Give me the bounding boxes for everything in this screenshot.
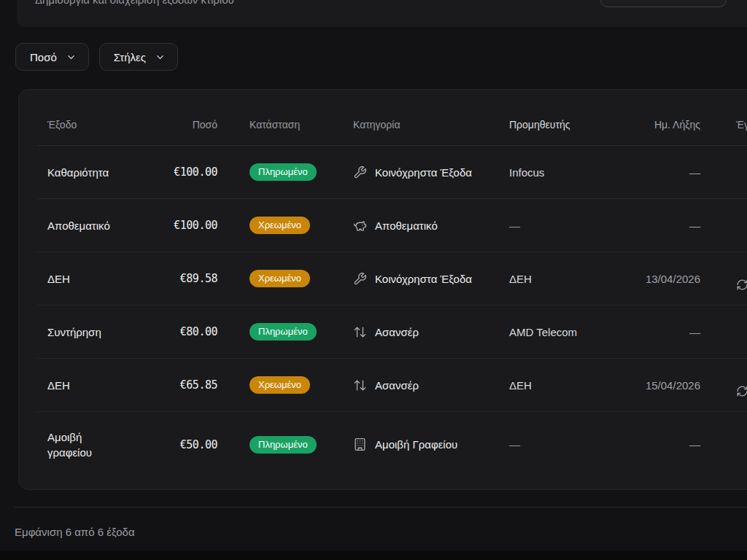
expense-amount: €89.58 <box>164 272 217 285</box>
expense-amount: €100.00 <box>164 219 217 232</box>
elevator-icon <box>353 378 367 392</box>
status-badge: Πληρωμένο <box>249 163 317 181</box>
due-date-cell: — <box>609 219 700 232</box>
column-header-1[interactable]: Έξοδο <box>37 119 164 131</box>
results-count: Εμφάνιση 6 από 6 έξοδα <box>15 526 135 538</box>
recurring-icon <box>736 279 747 291</box>
status-badge: Χρεωμένο <box>249 376 310 394</box>
supplier-cell: ΔΕΗ <box>479 379 609 392</box>
column-header-6[interactable]: Ημ. Λήξης <box>609 119 700 131</box>
table-row[interactable]: ΔΕΗ€89.58ΧρεωμένοΚοινόχρηστα ΈξοδαΔΕΗ13/… <box>37 252 747 306</box>
columns-filter-label: Στήλες <box>114 51 146 63</box>
columns-filter-button[interactable]: Στήλες <box>99 43 178 71</box>
table-body: Καθαριότητα€100.00ΠληρωμένοΚοινόχρηστα Έ… <box>19 146 747 477</box>
category-label: Κοινόχρηστα Έξοδα <box>375 166 472 179</box>
amount-filter-label: Ποσό <box>30 51 57 63</box>
status-cell: Πληρωμένο <box>217 163 323 181</box>
due-date-cell: — <box>609 438 700 451</box>
table-row[interactable]: ΔΕΗ€65.85ΧρεωμένοΑσανσέρΔΕΗ15/04/2026 <box>37 359 747 412</box>
expense-name: Συντήρηση <box>37 326 164 338</box>
supplier-cell: AMD Telecom <box>479 326 609 338</box>
supplier-cell: — <box>479 438 609 451</box>
category-cell: Ασανσέρ <box>323 325 479 339</box>
expenses-table-card: ΈξοδοΠοσόΚατάστασηΚατηγορίαΠρομηθευτήςΗμ… <box>18 89 747 490</box>
table-row[interactable]: Συντήρηση€80.00ΠληρωμένοΑσανσέρAMD Telec… <box>37 306 747 359</box>
expense-name: Αμοιβή γραφείου <box>37 429 128 460</box>
due-date-cell: 13/04/2026 <box>609 273 700 285</box>
recurring-icon <box>736 385 747 397</box>
column-header-3[interactable]: Κατάσταση <box>217 119 323 131</box>
column-header-2[interactable]: Ποσό <box>164 119 217 131</box>
category-cell: Κοινόχρηστα Έξοδα <box>323 272 479 286</box>
table-header-row: ΈξοδοΠοσόΚατάστασηΚατηγορίαΠρομηθευτήςΗμ… <box>37 90 747 146</box>
status-badge: Πληρωμένο <box>249 436 317 454</box>
column-header-5[interactable]: Προμηθευτής <box>479 119 609 131</box>
expense-amount: €50.00 <box>164 438 217 451</box>
category-cell: Αποθεματικό <box>323 219 479 233</box>
status-cell: Χρεωμένο <box>217 217 323 234</box>
status-cell: Χρεωμένο <box>217 376 323 394</box>
expense-name: ΔΕΗ <box>37 379 164 392</box>
header-action-button[interactable] <box>600 0 727 7</box>
piggy-bank-icon <box>353 219 367 233</box>
supplier-cell: ΔΕΗ <box>479 273 609 285</box>
category-cell: Κοινόχρηστα Έξοδα <box>323 166 479 179</box>
category-cell: Ασανσέρ <box>323 378 479 392</box>
wrench-icon <box>353 166 367 179</box>
status-badge: Χρεωμένο <box>249 217 310 234</box>
footer-divider <box>15 507 747 508</box>
wrench-icon <box>353 272 367 286</box>
category-cell: Αμοιβή Γραφείου <box>323 438 479 451</box>
status-cell: Πληρωμένο <box>217 323 323 341</box>
documents-cell <box>700 266 747 291</box>
category-label: Αμοιβή Γραφείου <box>375 438 457 451</box>
chevron-down-icon <box>155 52 166 63</box>
elevator-icon <box>353 325 367 339</box>
status-cell: Χρεωμένο <box>217 270 323 287</box>
supplier-cell: Infocus <box>479 166 609 179</box>
table-toolbar: Ποσό Στήλες <box>15 43 178 71</box>
table-row[interactable]: Καθαριότητα€100.00ΠληρωμένοΚοινόχρηστα Έ… <box>37 146 747 199</box>
expense-amount: €100.00 <box>164 166 217 179</box>
category-label: Ασανσέρ <box>375 326 419 338</box>
amount-filter-button[interactable]: Ποσό <box>15 43 89 71</box>
page-header-card: Δημιουργία και διαχείριση εξόδων κτιρίου <box>17 0 747 27</box>
expense-amount: €80.00 <box>164 325 217 338</box>
chevron-down-icon <box>66 52 77 63</box>
column-header-4[interactable]: Κατηγορία <box>323 119 479 131</box>
column-header-7[interactable]: Έγ <box>700 119 747 131</box>
table-row[interactable]: Αποθεματικό€100.00ΧρεωμένοΑποθεματικό—— <box>37 199 747 252</box>
due-date-cell: — <box>609 326 700 338</box>
expense-name: ΔΕΗ <box>37 273 164 285</box>
status-cell: Πληρωμένο <box>217 436 323 454</box>
due-date-cell: — <box>609 166 700 179</box>
table-row[interactable]: Αμοιβή γραφείου€50.00ΠληρωμένοΑμοιβή Γρα… <box>37 412 747 477</box>
expense-name: Καθαριότητα <box>37 166 164 179</box>
expense-name: Αποθεματικό <box>37 219 164 232</box>
category-label: Ασανσέρ <box>375 379 419 392</box>
office-icon <box>353 438 367 451</box>
bottom-edge-strip <box>0 551 747 560</box>
page-subtitle: Δημιουργία και διαχείριση εξόδων κτιρίου <box>35 0 234 6</box>
expense-amount: €65.85 <box>164 378 217 392</box>
category-label: Κοινόχρηστα Έξοδα <box>375 273 472 285</box>
category-label: Αποθεματικό <box>375 219 438 232</box>
due-date-cell: 15/04/2026 <box>609 379 700 392</box>
supplier-cell: — <box>479 219 609 232</box>
status-badge: Πληρωμένο <box>249 323 317 341</box>
documents-cell <box>700 373 747 397</box>
status-badge: Χρεωμένο <box>249 270 310 287</box>
